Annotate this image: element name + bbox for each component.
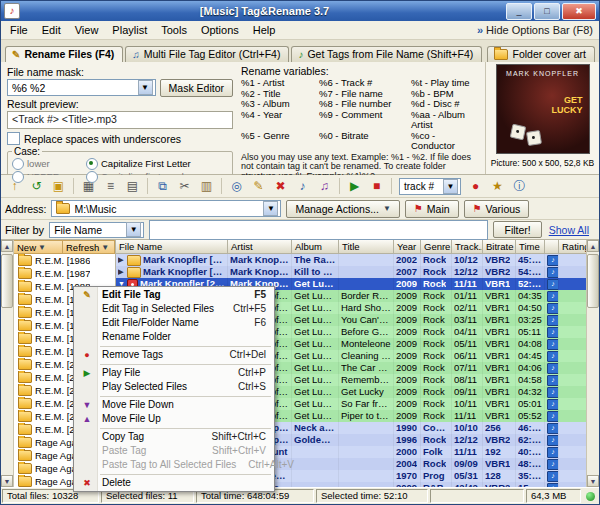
view-details-icon[interactable]: ▤ (122, 176, 143, 196)
folder-icon (18, 398, 32, 409)
maximize-button[interactable]: □ (534, 3, 560, 20)
menu-item-file[interactable]: File (3, 23, 35, 37)
menu-item-shortcut: F6 (242, 316, 266, 330)
menu-item-edit[interactable]: Edit (35, 23, 68, 37)
tab-folder-cover-art[interactable]: Folder cover art (487, 46, 595, 62)
copy-icon[interactable]: ⧉ (152, 176, 173, 196)
view-list-icon[interactable]: ≡ (100, 176, 121, 196)
chevron-down-icon[interactable]: ▼ (138, 80, 153, 95)
context-menu-item-delete[interactable]: ✖Delete (74, 476, 274, 490)
file-name-mask-combo[interactable]: %6 %2 ▼ (7, 79, 156, 96)
search-icon[interactable]: ◎ (226, 176, 247, 196)
case-option-2[interactable]: Capitalize First Letter (86, 157, 228, 170)
main-flag-button[interactable]: ⚑Main (405, 200, 459, 218)
toolbar-separator (73, 178, 74, 194)
menu-item-label: Move File Up (102, 412, 161, 426)
context-menu-item-edit-tag-in-selected-files[interactable]: Edit Tag in Selected FilesCtrl+F5 (74, 302, 274, 316)
playlist-icon[interactable]: ♫ (314, 176, 335, 196)
filter-button[interactable]: Filter! (493, 221, 541, 238)
menu-item-options[interactable]: Options (194, 23, 246, 37)
media-file-icon (547, 399, 559, 410)
filter-field-combo[interactable]: File Name ▼ (49, 222, 144, 238)
media-file-icon (547, 291, 559, 302)
edit-tag-icon[interactable]: ✎ (248, 176, 269, 196)
tools-icon[interactable]: ★ (487, 176, 508, 196)
menu-item-tools[interactable]: Tools (154, 23, 194, 37)
filter-input[interactable] (149, 220, 488, 240)
column-header-genre[interactable]: Genre (421, 240, 452, 254)
scroll-up-icon[interactable]: ▲ (587, 240, 599, 252)
stop-icon[interactable]: ■ (366, 176, 387, 196)
microphone-icon[interactable]: ● (465, 176, 486, 196)
tree-scrollbar[interactable]: ▲ ▼ (1, 240, 14, 487)
menu-item-playlist[interactable]: Playlist (105, 23, 154, 37)
chevron-down-icon[interactable]: ▼ (126, 222, 141, 237)
tree-header-new[interactable]: New▼ (14, 240, 63, 254)
collapsed-arrow-icon[interactable]: ▶ (118, 254, 125, 266)
context-menu-item-remove-tags[interactable]: ●Remove TagsCtrl+Del (74, 348, 274, 362)
column-header-year[interactable]: Year (394, 240, 421, 254)
column-header-album[interactable]: Album (292, 240, 339, 254)
context-menu-item-play-selected-files[interactable]: Play Selected FilesCtrl+S (74, 380, 274, 394)
scrollbar-thumb[interactable] (587, 254, 599, 308)
tab-rename-files[interactable]: ✎ Rename Files (F4) (5, 46, 123, 62)
column-header-icon[interactable] (545, 240, 559, 254)
list-scrollbar[interactable]: ▲ ▼ (586, 240, 599, 487)
menu-item-view[interactable]: View (68, 23, 106, 37)
address-combo[interactable]: M:\Music ▼ (51, 200, 281, 217)
remove-tag-icon[interactable]: ✖ (270, 176, 291, 196)
chevron-down-icon[interactable]: ▼ (443, 179, 458, 194)
column-header-file-name[interactable]: File Name (116, 240, 228, 254)
column-header-bitrate[interactable]: Bitrate (483, 240, 516, 254)
scroll-down-icon[interactable]: ▼ (1, 475, 13, 487)
tree-folder-item[interactable]: R.E.M. [1987 (14, 267, 115, 280)
mask-editor-button[interactable]: Mask Editor (160, 79, 233, 97)
manage-actions-button[interactable]: Manage Actions...▼ (286, 200, 399, 218)
various-flag-button[interactable]: ⚑Various (464, 200, 530, 218)
column-header-artist[interactable]: Artist (228, 240, 292, 254)
chevron-down-icon[interactable]: ▼ (263, 201, 278, 216)
tree-header-refresh[interactable]: Refresh▼ (63, 240, 115, 254)
context-menu-item-copy-tag[interactable]: Copy TagShift+Ctrl+C (74, 430, 274, 444)
file-row[interactable]: ▶Mark Knopfler [2002]Mark KnopflerThe Ra… (116, 254, 586, 266)
info-icon[interactable]: ⓘ (509, 176, 530, 196)
close-button[interactable]: ✖ (562, 3, 596, 20)
folder-icon (18, 450, 32, 461)
case-option-0[interactable]: lower (12, 157, 82, 170)
context-menu-item-move-file-up[interactable]: ▲Move File Up (74, 412, 274, 426)
hide-options-button[interactable]: » Hide Options Bar (F8) (477, 24, 597, 36)
column-header-title[interactable]: Title (339, 240, 394, 254)
collapsed-arrow-icon[interactable]: ▶ (118, 266, 125, 278)
scrollbar-thumb[interactable] (1, 254, 13, 308)
filter-bar: Filter by File Name ▼ Filter! Show All (1, 220, 599, 240)
column-header-track-[interactable]: Track... (452, 240, 483, 254)
new-folder-icon[interactable]: ▣ (48, 176, 69, 196)
paste-icon[interactable]: ▥ (196, 176, 217, 196)
file-row[interactable]: ▶Mark Knopfler [2007]Mark KnopflerKill t… (116, 266, 586, 278)
context-menu-item-move-file-down[interactable]: ▼Move File Down (74, 398, 274, 412)
context-menu-item-rename-folder[interactable]: Rename Folder (74, 330, 274, 344)
album-cover-image[interactable]: MARK KNOPFLER GET LUCKY (496, 64, 590, 154)
cut-icon[interactable]: ✂ (174, 176, 195, 196)
tab-multi-file-tag-editor[interactable]: ♫ Multi File Tag Editor (Ctrl+F4) (125, 46, 289, 62)
play-icon[interactable]: ▶ (344, 176, 365, 196)
track-number-combo[interactable]: track #▼ (399, 178, 461, 195)
minimize-button[interactable]: _ (506, 3, 532, 20)
show-all-link[interactable]: Show All (549, 224, 589, 236)
menu-item-label: Delete (102, 476, 131, 490)
context-menu-item-edit-file-folder-name[interactable]: Edit File/Folder NameF6 (74, 316, 274, 330)
menu-item-help[interactable]: Help (246, 23, 283, 37)
scroll-up-icon[interactable]: ▲ (1, 240, 13, 252)
column-header-rating[interactable]: Rating (559, 240, 586, 254)
media-file-icon (547, 351, 559, 362)
replace-spaces-checkbox[interactable]: Replace spaces with underscores (7, 132, 233, 145)
main-area: ▲ ▼ New▼ Refresh▼ R.E.M. [1986R.E.M. [19… (1, 240, 599, 487)
tree-folder-item[interactable]: R.E.M. [1986 (14, 254, 115, 267)
context-menu-item-play-file[interactable]: ▶Play FileCtrl+P (74, 366, 274, 380)
tab-get-tags[interactable]: ♪ Get Tags from File Name (Shift+F4) (291, 46, 482, 62)
note-icon[interactable]: ♪ (292, 176, 313, 196)
context-menu-item-edit-file-tag[interactable]: ✎Edit File TagF5 (74, 288, 274, 302)
column-header-time[interactable]: Time (516, 240, 545, 254)
refresh-icon[interactable]: ↺ (26, 176, 47, 196)
scroll-down-icon[interactable]: ▼ (587, 475, 599, 487)
